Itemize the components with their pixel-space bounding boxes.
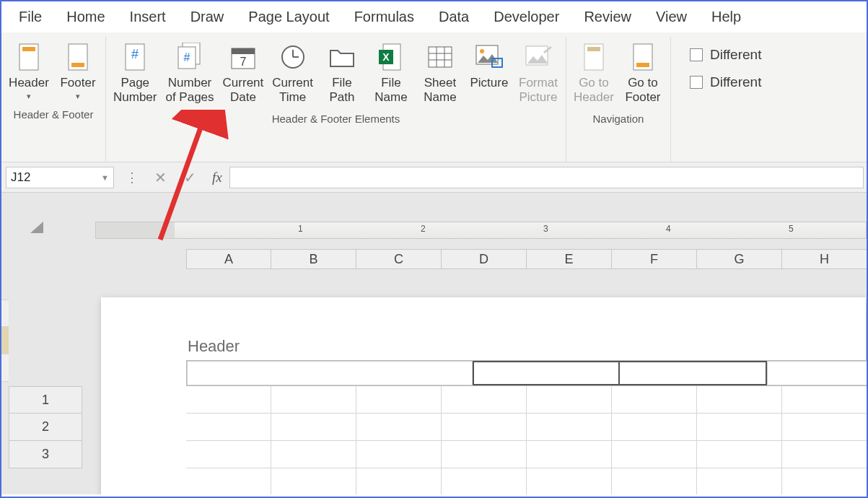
current-date-button[interactable]: 7 Current Date — [222, 40, 266, 108]
header-center-section[interactable] — [473, 361, 620, 385]
cell[interactable] — [527, 468, 612, 494]
cell[interactable] — [271, 386, 356, 414]
number-of-pages-button[interactable]: # Number of Pages — [164, 40, 215, 108]
row-headers: 1 2 3 — [9, 386, 82, 468]
select-all-triangle[interactable] — [30, 222, 43, 233]
calendar-icon: 7 — [229, 43, 258, 71]
page-header-zone — [186, 360, 867, 386]
vertical-dots-icon[interactable]: ⋮ — [118, 170, 146, 185]
go-to-footer-button[interactable]: Go to Footer — [621, 40, 665, 108]
cell[interactable] — [356, 386, 442, 414]
menu-developer[interactable]: Developer — [494, 9, 559, 25]
cell[interactable] — [186, 468, 271, 494]
go-to-footer-icon — [628, 43, 657, 71]
svg-text:#: # — [184, 51, 190, 64]
name-box[interactable]: J12 ▼ — [6, 167, 114, 188]
cell[interactable] — [527, 414, 612, 441]
cell[interactable] — [612, 386, 697, 414]
header-right-section[interactable] — [767, 361, 867, 385]
cell[interactable] — [527, 386, 612, 414]
cell-grid — [186, 386, 867, 494]
menu-help[interactable]: Help — [711, 9, 741, 25]
col-header-b[interactable]: B — [271, 249, 356, 269]
cell[interactable] — [356, 441, 442, 468]
menu-data[interactable]: Data — [439, 9, 469, 25]
different-first-page-checkbox[interactable]: Different — [690, 47, 761, 63]
row-header-2[interactable]: 2 — [9, 414, 82, 441]
cell[interactable] — [442, 468, 527, 494]
svg-text:X: X — [382, 51, 390, 63]
cell[interactable] — [697, 386, 782, 414]
header-button[interactable]: Header ▾ — [7, 40, 51, 104]
cell[interactable] — [271, 441, 356, 468]
col-header-h[interactable]: H — [782, 249, 867, 269]
menu-insert[interactable]: Insert — [130, 9, 166, 25]
footer-icon — [63, 43, 92, 71]
formula-input[interactable] — [229, 167, 864, 188]
cell[interactable] — [697, 414, 782, 441]
menu-home[interactable]: Home — [66, 9, 105, 25]
group-label-header-footer: Header & Footer — [14, 108, 94, 121]
menu-view[interactable]: View — [656, 9, 687, 25]
excel-file-icon: X — [377, 43, 405, 71]
ribbon: Header ▾ Footer ▾ Header & Footer # Page… — [1, 32, 867, 162]
svg-rect-18 — [429, 47, 452, 67]
menu-formulas[interactable]: Formulas — [354, 9, 414, 25]
menu-page-layout[interactable]: Page Layout — [248, 9, 329, 25]
cell[interactable] — [442, 386, 527, 414]
cell[interactable] — [782, 414, 867, 441]
cell[interactable] — [782, 386, 867, 414]
header-left-section[interactable] — [187, 361, 473, 385]
sheet-grid-icon — [426, 43, 455, 71]
picture-button[interactable]: Picture — [468, 40, 511, 93]
col-header-a[interactable]: A — [186, 249, 271, 269]
col-header-g[interactable]: G — [697, 249, 782, 269]
col-header-e[interactable]: E — [527, 249, 612, 269]
cell[interactable] — [782, 441, 867, 468]
cell[interactable] — [612, 441, 697, 468]
row-header-3[interactable]: 3 — [9, 441, 82, 468]
ruler-margin — [95, 222, 175, 239]
col-header-d[interactable]: D — [442, 249, 527, 269]
sheet-name-button[interactable]: Sheet Name — [418, 40, 462, 108]
page-number-button[interactable]: # Page Number — [112, 40, 158, 108]
cell[interactable] — [271, 414, 356, 441]
group-label-navigation: Navigation — [593, 113, 644, 125]
chevron-down-icon: ▾ — [76, 92, 80, 101]
folder-icon — [328, 43, 356, 71]
cell[interactable] — [442, 441, 527, 468]
fx-icon[interactable]: fx — [205, 170, 229, 185]
cancel-icon[interactable]: ✕ — [146, 169, 175, 186]
cell[interactable] — [442, 414, 527, 441]
footer-button[interactable]: Footer ▾ — [56, 40, 100, 104]
col-header-c[interactable]: C — [356, 249, 442, 269]
cell[interactable] — [782, 468, 867, 494]
menu-draw[interactable]: Draw — [190, 9, 224, 25]
file-path-button[interactable]: File Path — [320, 40, 364, 108]
cell[interactable] — [612, 414, 697, 441]
cell[interactable] — [271, 468, 356, 494]
header-center-section-b[interactable] — [620, 361, 767, 385]
menu-review[interactable]: Review — [584, 9, 631, 25]
file-name-button[interactable]: X File Name — [369, 40, 413, 108]
cell[interactable] — [186, 414, 271, 441]
svg-rect-3 — [71, 63, 84, 67]
cell[interactable] — [356, 414, 442, 441]
cell[interactable] — [186, 441, 271, 468]
different-odd-even-checkbox[interactable]: Different — [690, 74, 761, 90]
menu-file[interactable]: File — [19, 9, 42, 25]
cell[interactable] — [612, 468, 697, 494]
cell[interactable] — [527, 441, 612, 468]
cell[interactable] — [697, 441, 782, 468]
ribbon-group-navigation: Go to Header Go to Footer Navigation — [566, 37, 671, 162]
row-side-strips — [1, 300, 9, 382]
cell[interactable] — [697, 468, 782, 494]
svg-text:7: 7 — [240, 56, 246, 68]
col-header-f[interactable]: F — [612, 249, 697, 269]
current-time-button[interactable]: Current Time — [271, 40, 315, 108]
row-header-1[interactable]: 1 — [9, 386, 82, 414]
enter-icon[interactable]: ✓ — [175, 169, 205, 186]
cell[interactable] — [356, 468, 442, 494]
formula-bar: J12 ▼ ⋮ ✕ ✓ fx — [1, 162, 867, 193]
cell[interactable] — [186, 386, 271, 414]
